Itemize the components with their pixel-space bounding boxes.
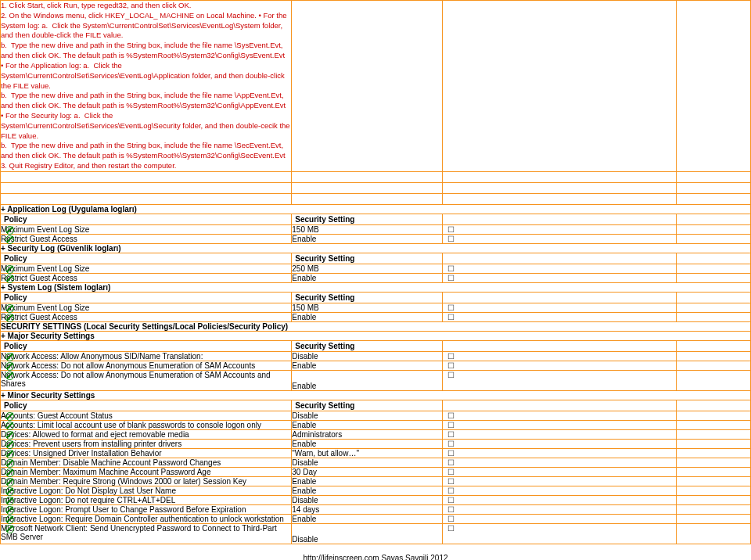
main-grid: 1. Click Start, click Run, type regedt32… (0, 0, 751, 544)
checkbox[interactable] (442, 467, 676, 476)
prohibit-icon (5, 226, 14, 235)
checkbox[interactable] (442, 523, 676, 544)
checkbox[interactable] (442, 486, 676, 495)
col-setting: Security Setting (292, 340, 443, 351)
policy-row: Accounts: Limit local account use of bla… (1, 420, 292, 429)
policy-row: Maximum Event Log Size (1, 264, 292, 273)
checkbox[interactable] (442, 476, 676, 486)
policy-value: Enable (292, 273, 443, 282)
prohibit-icon (5, 422, 14, 430)
policy-row: Accounts: Guest Account Status (1, 411, 292, 420)
policy-value: Enable (292, 486, 443, 495)
prohibit-icon (5, 362, 14, 371)
checkbox[interactable] (442, 351, 676, 361)
prohibit-icon (5, 487, 14, 496)
col-setting: Security Setting (292, 292, 443, 303)
policy-row: Interactive Logon: Require Domain Contro… (1, 514, 292, 523)
col-policy: Policy (1, 214, 292, 224)
policy-row: Devices: Unsigned Driver Installation Be… (1, 448, 292, 458)
checkbox[interactable] (442, 264, 676, 273)
empty-cell (292, 1, 443, 172)
col-policy: Policy (1, 340, 292, 351)
empty-cell (677, 1, 751, 172)
prohibit-icon (5, 459, 14, 468)
policy-value: Administrators (292, 429, 443, 439)
col-policy: Policy (1, 292, 292, 303)
policy-value: Enable (292, 361, 443, 370)
policy-row: Network Access: Do not allow Anonymous E… (1, 361, 292, 370)
checkbox[interactable] (442, 273, 676, 282)
section-minor: + Minor Security Settings (1, 390, 751, 400)
policy-value: Disable (292, 351, 443, 361)
policy-value: Enable (292, 420, 443, 429)
policy-value: 30 Day (292, 467, 443, 476)
checkbox[interactable] (442, 439, 676, 448)
prohibit-icon (5, 314, 14, 322)
footer-text: http://lifeinscreen.com Savas Saygili 20… (0, 544, 751, 560)
col-setting: Security Setting (292, 253, 443, 264)
checkbox[interactable] (442, 429, 676, 439)
checkbox[interactable] (442, 411, 676, 420)
policy-row: Domain Member: Disable Machine Account P… (1, 458, 292, 467)
checkbox[interactable] (442, 448, 676, 458)
policy-row: Restrict Guest Access (1, 273, 292, 282)
prohibit-icon (5, 431, 14, 440)
col-setting: Security Setting (292, 214, 443, 224)
checkbox[interactable] (442, 420, 676, 429)
section-security-settings: SECURITY SETTINGS (Local Security Settin… (1, 321, 751, 331)
checkbox[interactable] (442, 234, 676, 243)
prohibit-icon (5, 235, 14, 244)
policy-value: Disable (292, 458, 443, 467)
checkbox[interactable] (442, 458, 676, 467)
policy-row: Domain Member: Require Strong (Windows 2… (1, 476, 292, 486)
prohibit-icon (5, 525, 14, 533)
prohibit-icon (5, 353, 14, 361)
policy-row: Interactive Logon: Prompt User to Change… (1, 504, 292, 514)
checkbox[interactable] (442, 370, 676, 390)
prohibit-icon (5, 372, 14, 380)
checkbox[interactable] (442, 312, 676, 321)
prohibit-icon (5, 412, 14, 421)
policy-row: Microsoft Network Client: Send Unencrypt… (1, 523, 292, 544)
checkbox[interactable] (442, 495, 676, 504)
policy-value: 250 MB (292, 264, 443, 273)
policy-value: Disable (292, 523, 443, 544)
prohibit-icon (5, 304, 14, 313)
policy-value: Enable (292, 312, 443, 321)
prohibit-icon (5, 515, 14, 524)
policy-row: Domain Member: Maximum Machine Account P… (1, 467, 292, 476)
section-sec-log: + Security Log (Güvenlik logları) (1, 243, 751, 253)
policy-value: 150 MB (292, 224, 443, 234)
policy-row: Network Access: Allow Anonymous SID/Name… (1, 351, 292, 361)
prohibit-icon (5, 450, 14, 458)
section-major: + Major Security Settings (1, 331, 751, 340)
checkbox[interactable] (442, 361, 676, 370)
col-policy: Policy (1, 400, 292, 411)
policy-row: Devices: Prevent users from installing p… (1, 439, 292, 448)
policy-value: 14 days (292, 504, 443, 514)
policy-row: Interactive Logon: Do Not Display Last U… (1, 486, 292, 495)
checkbox[interactable] (442, 504, 676, 514)
section-sys-log: + System Log (Sistem logları) (1, 282, 751, 292)
checkbox[interactable] (442, 514, 676, 523)
policy-value: 150 MB (292, 303, 443, 312)
policy-row: Maximum Event Log Size (1, 224, 292, 234)
policy-row: Restrict Guest Access (1, 312, 292, 321)
policy-row: Network Access: Do not allow Anonymous E… (1, 370, 292, 390)
col-policy: Policy (1, 253, 292, 264)
checkbox[interactable] (442, 303, 676, 312)
prohibit-icon (5, 506, 14, 515)
policy-value: Enable (292, 370, 443, 390)
prohibit-icon (5, 478, 14, 486)
section-app-log: + Application Log (Uygulama logları) (1, 204, 751, 214)
instructions-text: 1. Click Start, click Run, type regedt32… (1, 1, 292, 172)
prohibit-icon (5, 468, 14, 477)
checkbox[interactable] (442, 224, 676, 234)
prohibit-icon (5, 497, 14, 505)
policy-value: Enable (292, 476, 443, 486)
policy-value: Enable (292, 439, 443, 448)
policy-value: "Warn, but allow…" (292, 448, 443, 458)
policy-row: Interactive Logon: Do not require CTRL+A… (1, 495, 292, 504)
prohibit-icon (5, 440, 14, 449)
policy-value: Disable (292, 495, 443, 504)
